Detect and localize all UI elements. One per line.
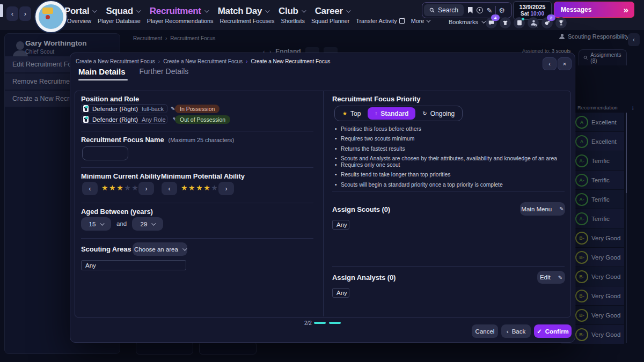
subnav-shortlists[interactable]: Shortlists: [281, 18, 304, 24]
dialog-close-button[interactable]: ×: [558, 57, 572, 70]
subnav-label: Transfer Activity: [356, 18, 397, 24]
menu-match-day[interactable]: Match Day: [218, 6, 268, 17]
cancel-button[interactable]: Cancel: [472, 324, 498, 338]
wizard-progress: [314, 322, 341, 324]
grade-badge: A-: [575, 193, 588, 206]
pencil-icon[interactable]: ✎: [485, 6, 494, 14]
date-text: 13/9/2025: [519, 4, 546, 11]
menu-squad[interactable]: Squad: [106, 6, 139, 17]
menu-career[interactable]: Career: [315, 6, 349, 17]
assign-analysts-edit-button[interactable]: Edit✎: [537, 271, 565, 284]
priority-label: Standard: [380, 110, 408, 117]
priority-standard[interactable]: ↑Standard: [368, 107, 415, 120]
grade-badge: A-: [575, 174, 588, 187]
scrollbar-thumb[interactable]: [626, 113, 627, 193]
breadcrumb-item[interactable]: Recruitment: [133, 35, 162, 41]
chevron-down-icon: [136, 8, 141, 12]
user-name: Gary Worthington: [25, 39, 87, 47]
menu-club[interactable]: Club: [279, 6, 305, 17]
squad-shirt-icon[interactable]: [500, 17, 511, 28]
current-ability-increase-button[interactable]: ›: [138, 182, 154, 195]
priority-bullet: Scouts will begin a standard priority on…: [334, 182, 570, 189]
current-ability-stars: ★★★★★: [101, 183, 139, 192]
position-role-row: Defender (Right)Any Role✎Out of Possessi…: [81, 115, 230, 124]
scout-search-icon[interactable]: [528, 17, 539, 28]
menu-label: Recruitment: [150, 6, 201, 17]
assign-scouts-value: Any: [332, 220, 349, 230]
subnav-overview[interactable]: Overview: [67, 18, 91, 24]
messages-button[interactable]: Messages »: [554, 2, 634, 18]
title-bar: ‹ › PortalSquadRecruitmentMatch DayClubC…: [0, 0, 644, 30]
create-recruitment-focus-dialog: Create a New Recruitment Focus›Create a …: [70, 53, 575, 343]
breadcrumb-item[interactable]: Create a New Recruitment Focus: [76, 58, 155, 64]
fm-screen: Recruitment›Recruitment Focus Scouting R…: [0, 0, 644, 362]
tab-main-details[interactable]: Main Details: [78, 67, 126, 80]
search-input[interactable]: Search: [424, 4, 464, 16]
person-icon: [559, 34, 565, 40]
breadcrumb-item[interactable]: Create a New Recruitment Focus: [163, 58, 243, 64]
whistle-icon[interactable]: 2: [541, 17, 553, 28]
assign-scouts-edit-button[interactable]: Main Menu✎: [520, 202, 565, 216]
whistle-badge: 2: [547, 14, 555, 21]
subnav-player-recommendations[interactable]: Player Recommendations: [147, 18, 214, 24]
position-role-editor[interactable]: Defender (Right)full-back✎: [81, 104, 167, 113]
external-link-icon: [399, 18, 405, 24]
menu-portal[interactable]: Portal: [64, 6, 96, 17]
scouting-responsibility[interactable]: Scouting Responsibility: [559, 33, 629, 40]
age-min-dropdown[interactable]: 15: [81, 217, 111, 231]
subnav-player-database[interactable]: Player Database: [98, 18, 141, 24]
breadcrumb-item[interactable]: Create a New Recruitment Focus: [251, 58, 330, 64]
priority-ongoing[interactable]: ↻Ongoing: [415, 107, 462, 120]
tab-further-details[interactable]: Further Details: [140, 67, 189, 80]
inbox-badge: 4: [491, 14, 500, 21]
menu-label: Squad: [106, 6, 133, 17]
report-card-icon[interactable]: [514, 17, 525, 28]
priority-label: Ongoing: [430, 110, 455, 117]
confirm-button[interactable]: ✓Confirm: [534, 324, 572, 338]
time-text: 10:00: [530, 11, 544, 17]
sort-descending-icon: ↓: [631, 104, 634, 110]
potential-ability-decrease-button[interactable]: ‹: [162, 182, 177, 195]
priority-top[interactable]: ★Top: [335, 107, 368, 120]
potential-ability-increase-button[interactable]: ›: [218, 182, 234, 195]
subnav-label: Recruitment Focuses: [219, 18, 274, 24]
gear-icon[interactable]: ⚙: [497, 6, 507, 14]
bookmarks-dropdown[interactable]: Bookmarks: [449, 19, 485, 25]
dialog-back-button[interactable]: ‹: [543, 57, 557, 70]
bookmarks-label: Bookmarks: [449, 19, 478, 25]
history-back-button[interactable]: ‹: [6, 6, 18, 21]
grade-badge: A: [575, 116, 588, 129]
inbox-icon[interactable]: 4: [486, 17, 497, 28]
history-forward-button[interactable]: ›: [19, 6, 31, 21]
kit-shirt-icon: [83, 105, 89, 112]
assignments-search[interactable]: Assignments (8): [579, 49, 627, 65]
scouting-responsibility-label: Scouting Responsibility: [568, 33, 629, 40]
breadcrumb-item[interactable]: Recruitment Focus: [170, 35, 215, 41]
position-role-editor[interactable]: Defender (Right)Any Role✎: [81, 115, 167, 124]
collapse-panel-button[interactable]: ‹: [628, 33, 640, 46]
age-max-dropdown[interactable]: 29: [132, 217, 163, 231]
potential-ability-stars: ★★★★★: [181, 183, 218, 192]
focus-name-input[interactable]: [82, 146, 128, 160]
subnav-squad-planner[interactable]: Squad Planner: [311, 18, 349, 24]
ball-icon[interactable]: [475, 7, 485, 13]
recommendation-label: Very Good: [591, 254, 620, 261]
trophy-icon[interactable]: [555, 17, 567, 28]
menu-label: Career: [315, 6, 343, 17]
recommendation-label: Very Good: [591, 293, 620, 299]
club-badge[interactable]: [35, 1, 67, 32]
standard-priority-bullets: Requires only one scoutResults tend to t…: [334, 162, 570, 191]
menu-recruitment[interactable]: Recruitment: [150, 6, 208, 17]
notification-dot: [85, 106, 88, 108]
recommendation-column-header[interactable]: Recommendation ↓: [577, 104, 634, 110]
choose-area-dropdown[interactable]: Choose an area: [133, 242, 187, 256]
role-name: full-back: [142, 106, 164, 112]
star-icon: ★: [116, 183, 124, 192]
divider: [81, 167, 313, 168]
current-ability-decrease-button[interactable]: ‹: [82, 182, 98, 195]
subnav-transfer-activity[interactable]: Transfer Activity: [356, 18, 404, 24]
bookmark-icon[interactable]: [465, 7, 475, 13]
back-button[interactable]: ‹Back: [501, 324, 531, 338]
subnav-more[interactable]: More: [411, 18, 430, 24]
subnav-recruitment-focuses[interactable]: Recruitment Focuses: [219, 18, 274, 24]
